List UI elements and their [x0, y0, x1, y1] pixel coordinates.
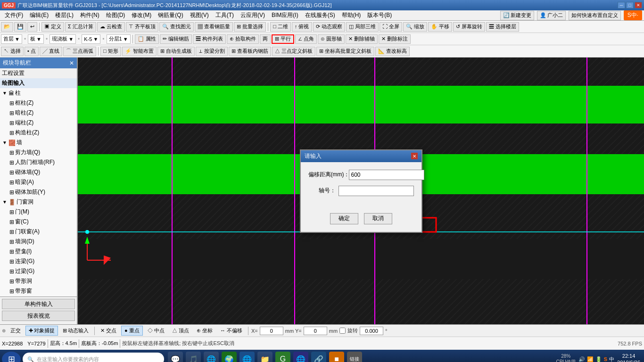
tree-item-door[interactable]: ⊞门(M) [0, 207, 77, 217]
toolbar-find-element[interactable]: 🔍 查找图元 [159, 22, 194, 32]
panel-section-settings[interactable]: 工程设置 [0, 68, 77, 78]
toolbar-pick-component[interactable]: ⊕ 拾取构件 [227, 34, 259, 44]
toolbar-view-slab-rebar[interactable]: ⊞ 查看板内钢筋 [229, 47, 271, 56]
menu-component[interactable]: 构件(N) [77, 10, 102, 20]
tree-item-over-beam[interactable]: ⊞过梁(G) [0, 266, 77, 276]
toolbar-delete-label[interactable]: ✕ 删除标注 [379, 34, 411, 44]
maximize-button[interactable]: □ [626, 2, 634, 8]
taskbar-app-3[interactable]: 🌐 [204, 352, 219, 362]
dialog-cancel-button[interactable]: 取消 [364, 213, 392, 224]
taskbar-app-6[interactable]: 📁 [257, 352, 272, 362]
tree-toggle-dw[interactable]: ▼ [2, 199, 8, 205]
tree-item-wall[interactable]: ▼ 🧱 墙 [0, 138, 77, 148]
new-change-button[interactable]: 🔄 新建变更 [500, 11, 534, 20]
y-input[interactable] [304, 327, 327, 335]
drawing-area[interactable]: 请输入 ✕ 偏移距离(mm)： 轴号： 确定 取消 [78, 58, 644, 324]
menu-help[interactable]: 帮助(H) [339, 10, 364, 20]
x-input[interactable] [260, 327, 283, 335]
tree-item-end-col[interactable]: ⊞ 端柱(Z) [0, 118, 77, 128]
toolbar-component-list[interactable]: ☰ 构件列表 [193, 34, 226, 44]
menu-cloud[interactable]: 云应用(V) [238, 10, 268, 20]
help-button[interactable]: S中· [624, 10, 642, 20]
single-component-input-button[interactable]: 单构件输入 [2, 299, 75, 309]
menu-version[interactable]: 版本号(B) [364, 10, 395, 20]
taskbar-app-7[interactable]: G [275, 352, 290, 362]
toolbar-properties[interactable]: 📋 属性 [135, 34, 159, 44]
tree-item-band-hole[interactable]: ⊞带形洞 [0, 276, 77, 286]
tree-item-band-window[interactable]: ⊞带形窗 [0, 286, 77, 296]
toolbar-zoom[interactable]: 🔍 缩放 [403, 22, 427, 32]
tree-item-link-beam[interactable]: ⊞连梁(G) [0, 256, 77, 266]
tree-item-shear-wall[interactable]: ⊞ 剪力墙(Q) [0, 148, 77, 157]
menu-service[interactable]: 在线服务(S) [302, 10, 338, 20]
toolbar-auto-slab[interactable]: ⊞ 自动生成板 [157, 47, 195, 56]
start-button[interactable]: ⊞ [2, 352, 21, 362]
taskbar-app-10[interactable]: ■ [329, 352, 344, 362]
toolbar-edit-rebar[interactable]: ✏ 编辑钢筋 [160, 34, 192, 44]
toolbar-two[interactable]: 两 [260, 34, 271, 44]
snap-object[interactable]: ✚ 对象捕捉 [25, 326, 58, 336]
toolbar-cloud-check[interactable]: ☁ 云检查 [97, 22, 125, 32]
toolbar-screen-rotate[interactable]: ↺ 屏幕旋转 [453, 22, 485, 32]
tree-item-column[interactable]: ▼ 🏛 柱 [0, 88, 77, 98]
toolbar-sum[interactable]: Σ 汇总计算 [65, 22, 96, 32]
toolbar-parallel[interactable]: ⊞ 平行 [272, 34, 294, 44]
toolbar-3pt-slab[interactable]: △ 三点定义斜板 [272, 47, 315, 56]
hint-label[interactable]: 如何快速布置自定义 [569, 11, 621, 20]
toolbar-undo[interactable]: ↩ [27, 22, 37, 32]
taskbar-app-1[interactable]: 💬 [168, 352, 183, 362]
report-preview-button[interactable]: 报表视览 [2, 311, 75, 321]
tree-toggle-column[interactable]: ▼ [2, 90, 8, 96]
taskbar-app-2[interactable]: 🎵 [186, 352, 201, 362]
dialog-close-button[interactable]: ✕ [411, 153, 418, 159]
search-bar[interactable]: 🔍 在这里输入你要搜索的内容 [23, 353, 164, 362]
menu-modify[interactable]: 修改(M) [129, 10, 154, 20]
toolbar-local-3d[interactable]: ◫ 局部三维 [346, 22, 379, 32]
snap-endpoint[interactable]: ● 重点 [121, 326, 143, 336]
minimize-button[interactable]: ─ [618, 2, 625, 8]
menu-view[interactable]: 视图(V) [187, 10, 212, 20]
rotate-checkbox[interactable] [339, 328, 346, 334]
toolbar-top-view[interactable]: ↑ 俯视 [292, 22, 312, 32]
snap-midpoint[interactable]: ◇ 中点 [145, 326, 167, 335]
tree-item-civil-wall[interactable]: ⊞ 人防门框墙(RF) [0, 157, 77, 167]
snap-no-offset[interactable]: ↔ 不偏移 [217, 326, 245, 335]
menu-floor[interactable]: 楼层(L) [52, 10, 76, 20]
toolbar-save[interactable]: 💾 [14, 22, 26, 32]
tree-item-wall-hole[interactable]: ⊞墙洞(D) [0, 237, 77, 247]
menu-tools[interactable]: 工具(T) [213, 10, 237, 20]
tree-item-struct-col[interactable]: ⊞ 构造柱(Z) [0, 128, 77, 138]
toolbar-arc[interactable]: ⌒ 三点画弧 [63, 47, 96, 56]
toolbar-batch-slope[interactable]: ⊞ 坐标高批量定义斜板 [316, 47, 374, 56]
clock[interactable]: 22:14 2018/6/26 [617, 353, 640, 362]
menu-edit[interactable]: 编辑(E) [27, 10, 51, 20]
tree-item-hidden-col[interactable]: ⊞ 暗柱(Z) [0, 108, 77, 118]
tree-item-window[interactable]: ⊞窗(C) [0, 217, 77, 227]
toolbar-pan[interactable]: ✋ 平移 [428, 22, 452, 32]
toolbar-open[interactable]: 📂 [1, 22, 13, 32]
taskbar-link[interactable]: 链接 [347, 352, 362, 362]
snap-intersection[interactable]: ✕ 交点 [98, 326, 119, 335]
tree-item-doorwindow[interactable]: ▼ 🚪 门窗洞 [0, 197, 77, 207]
close-button[interactable]: ✕ [635, 2, 642, 8]
snap-orthogonal[interactable]: 正交 [8, 326, 24, 335]
menu-draw[interactable]: 绘图(D) [103, 10, 128, 20]
layer-selector[interactable]: 分层1 ▼ [107, 34, 131, 44]
panel-close-icon[interactable]: ✕ [69, 60, 74, 66]
panel-section-draw[interactable]: 绘图输入 [0, 78, 77, 88]
taskbar-app-5[interactable]: 🌐 [239, 352, 255, 362]
menu-rebar[interactable]: 钢筋量(Q) [155, 10, 186, 20]
tree-item-niche[interactable]: ⊞壁龛(I) [0, 247, 77, 256]
code-selector[interactable]: K-5 ▼ [82, 34, 100, 44]
offset-input[interactable] [349, 170, 424, 180]
toolbar-2d[interactable]: □ 二维 [270, 22, 291, 32]
toolbar-select-floor[interactable]: ☰ 选择楼层 [486, 22, 519, 32]
tree-item-hidden-beam[interactable]: ⊞ 暗梁(A) [0, 177, 77, 187]
toolbar-rect[interactable]: □ 矩形 [100, 47, 121, 56]
toolbar-align-top[interactable]: ⊤ 齐平板顶 [126, 22, 158, 32]
axis-input[interactable] [339, 186, 414, 196]
toolbar-define[interactable]: ▣ 定义 [41, 22, 64, 32]
toolbar-delete-aux[interactable]: ✕ 删除辅轴 [346, 34, 378, 44]
taskbar-app-4[interactable]: 🌍 [222, 352, 237, 362]
tree-toggle-wall[interactable]: ▼ [2, 140, 8, 145]
